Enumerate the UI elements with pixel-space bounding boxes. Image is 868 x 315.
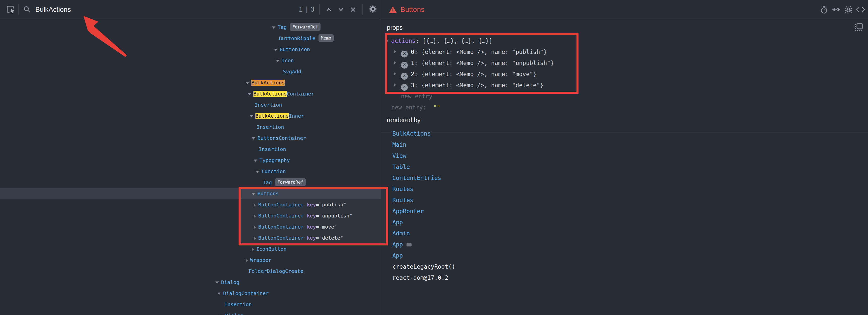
collapse-arrow-icon[interactable] [217, 292, 221, 295]
rendered-by-table[interactable]: Table [393, 161, 410, 172]
view-source-code-icon[interactable] [855, 0, 867, 19]
component-name: Icon [282, 58, 294, 64]
component-name: Insertion [257, 124, 284, 130]
debug-bug-icon[interactable] [843, 0, 854, 19]
profiler-stopwatch-icon[interactable] [818, 0, 830, 19]
collapse-arrow-icon[interactable] [250, 115, 253, 117]
search-input[interactable] [35, 4, 262, 14]
tree-node-svgadd[interactable]: SvgAdd [0, 66, 381, 77]
component-name: Insertion [224, 302, 252, 308]
inspect-element-icon[interactable] [4, 0, 17, 19]
props-array-item-3[interactable]: ✕3: {element: <Memo />, name: "delete"} [394, 80, 544, 91]
collapse-arrow-icon[interactable] [385, 40, 389, 42]
owner-name: Routes [393, 197, 413, 203]
tree-node-dialog[interactable]: Dialog [0, 310, 381, 315]
clear-search-icon[interactable] [347, 0, 359, 19]
collapse-arrow-icon[interactable] [215, 281, 219, 284]
collapse-arrow-icon[interactable] [248, 93, 251, 95]
tree-node-buttonscontainer[interactable]: ButtonsContainer [0, 133, 381, 144]
component-name: Inner [289, 113, 304, 119]
tree-node-buttoncontainer[interactable]: ButtonContainer key="publish" [0, 199, 381, 210]
tree-node-buttonicon[interactable]: ButtonIcon [0, 44, 381, 55]
rendered-by-view[interactable]: View [393, 150, 406, 161]
panel-layout-icon[interactable] [854, 23, 864, 33]
tree-node-buttoncontainer[interactable]: ButtonContainer key="unpublish" [0, 210, 381, 221]
tree-node-bulkactions[interactable]: BulkActions [0, 77, 381, 88]
expand-arrow-icon[interactable] [254, 203, 256, 207]
collapse-arrow-icon[interactable] [246, 82, 249, 84]
expand-arrow-icon[interactable] [254, 225, 256, 229]
tree-node-insertion[interactable]: Insertion [0, 121, 381, 133]
collapse-arrow-icon[interactable] [272, 27, 275, 29]
rendered-by-admin[interactable]: Admin [393, 228, 410, 239]
tree-node-icon[interactable]: Icon [0, 55, 381, 66]
tree-node-insertion[interactable]: Insertion [0, 99, 381, 110]
component-name: ButtonContainer [258, 224, 304, 230]
tree-node-iconbutton[interactable]: IconButton [0, 243, 381, 254]
key-attribute: key="publish" [304, 202, 346, 208]
tree-node-dialogcontainer[interactable]: DialogContainer [0, 288, 381, 299]
collapse-arrow-icon[interactable] [252, 137, 255, 140]
expand-arrow-icon[interactable] [254, 214, 256, 218]
expand-arrow-icon[interactable] [394, 50, 396, 54]
collapse-arrow-icon[interactable] [254, 160, 257, 162]
rendered-by-main[interactable]: Main [393, 139, 406, 150]
tree-node-bulkactionscontainer[interactable]: BulkActionsContainer [0, 88, 381, 99]
tree-node-function[interactable]: Function [0, 166, 381, 177]
forwardref-badge: ForwardRef [290, 23, 320, 31]
tree-node-wrapper[interactable]: Wrapper [0, 254, 381, 266]
rendered-by-bulkactions[interactable]: BulkActions [393, 128, 431, 139]
new-entry-value-input[interactable]: "" [426, 104, 440, 111]
rendered-by-contententries[interactable]: ContentEntries [393, 172, 441, 183]
tree-node-typography[interactable]: Typography [0, 155, 381, 166]
delete-entry-button[interactable]: ✕ [401, 51, 408, 58]
tree-node-bulkactionsinner[interactable]: BulkActionsInner [0, 110, 381, 121]
rendered-by-approuter[interactable]: AppRouter [393, 206, 424, 217]
page-title: Buttons [400, 5, 425, 13]
tree-node-buttoncontainer[interactable]: ButtonContainer key="move" [0, 221, 381, 232]
collapse-arrow-icon[interactable] [274, 49, 277, 51]
next-result-icon[interactable] [335, 0, 346, 19]
inspect-dom-eye-icon[interactable] [831, 0, 842, 19]
tree-node-dialog[interactable]: Dialog [0, 277, 381, 288]
tree-node-insertion[interactable]: Insertion [0, 299, 381, 310]
expand-arrow-icon[interactable] [394, 72, 396, 76]
tree-node-tag[interactable]: TagForwardRef [0, 177, 381, 188]
tree-node-insertion[interactable]: Insertion [0, 144, 381, 155]
props-key-actions[interactable]: actions: [{…}, {…}, {…}, {…}] [385, 35, 493, 46]
tree-node-tag[interactable]: TagForwardRef [0, 22, 381, 33]
rendered-by-app[interactable]: App [393, 217, 403, 228]
owner-name: App [393, 219, 403, 225]
expand-arrow-icon[interactable] [252, 248, 254, 251]
tree-node-folderdialogcreate[interactable]: FolderDialogCreate [0, 266, 381, 277]
component-tree-panel[interactable]: TagForwardRefButtonRippleMemoButtonIconI… [0, 20, 381, 315]
delete-entry-button[interactable]: ✕ [401, 62, 408, 69]
props-array-item-0[interactable]: ✕0: {element: <Memo />, name: "publish"} [394, 46, 547, 58]
delete-entry-button[interactable]: ✕ [401, 73, 408, 80]
rendered-by-app[interactable]: App [393, 250, 403, 261]
new-entry-row[interactable]: new entry: "" [392, 102, 440, 113]
collapse-arrow-icon[interactable] [276, 60, 279, 62]
props-array-item-2[interactable]: ✕2: {element: <Memo />, name: "move"} [394, 69, 537, 80]
rendered-by-app[interactable]: App [393, 239, 411, 250]
expand-arrow-icon[interactable] [254, 237, 256, 240]
tree-node-buttonripple[interactable]: ButtonRippleMemo [0, 33, 381, 44]
rendered-by-routes[interactable]: Routes [393, 183, 413, 195]
search-icon [22, 0, 33, 19]
props-array-item-1[interactable]: ✕1: {element: <Memo />, name: "unpublish… [394, 58, 554, 69]
previous-result-icon[interactable] [323, 0, 334, 19]
delete-entry-button[interactable]: ✕ [401, 84, 408, 91]
collapse-arrow-icon[interactable] [252, 193, 255, 195]
rendered-by-reactdom1702: react-dom@17.0.2 [393, 272, 448, 283]
rendered-by-routes[interactable]: Routes [393, 195, 413, 206]
props-section-header: props [387, 24, 403, 31]
expand-arrow-icon[interactable] [394, 61, 396, 65]
settings-gear-icon[interactable] [367, 0, 379, 19]
search-result-count: 1|3 [299, 0, 314, 19]
tree-node-buttoncontainer[interactable]: ButtonContainer key="delete" [0, 232, 381, 243]
expand-arrow-icon[interactable] [246, 259, 248, 262]
new-entry-ghost[interactable]: new entry [401, 91, 433, 102]
expand-arrow-icon[interactable] [394, 83, 396, 87]
collapse-arrow-icon[interactable] [256, 171, 259, 173]
tree-node-buttons[interactable]: Buttons [0, 188, 381, 199]
